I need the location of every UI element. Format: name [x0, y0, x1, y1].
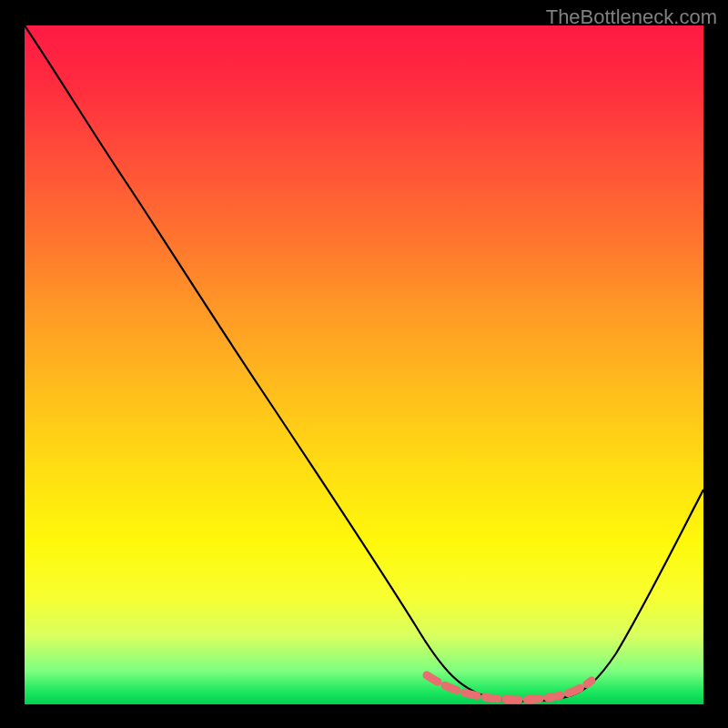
attribution-text: TheBottleneck.com — [546, 5, 717, 29]
optimal-range-highlight — [427, 675, 592, 700]
bottleneck-curve-svg — [25, 25, 703, 704]
bottleneck-curve-path — [25, 25, 703, 702]
chart-plot-area — [25, 25, 703, 704]
